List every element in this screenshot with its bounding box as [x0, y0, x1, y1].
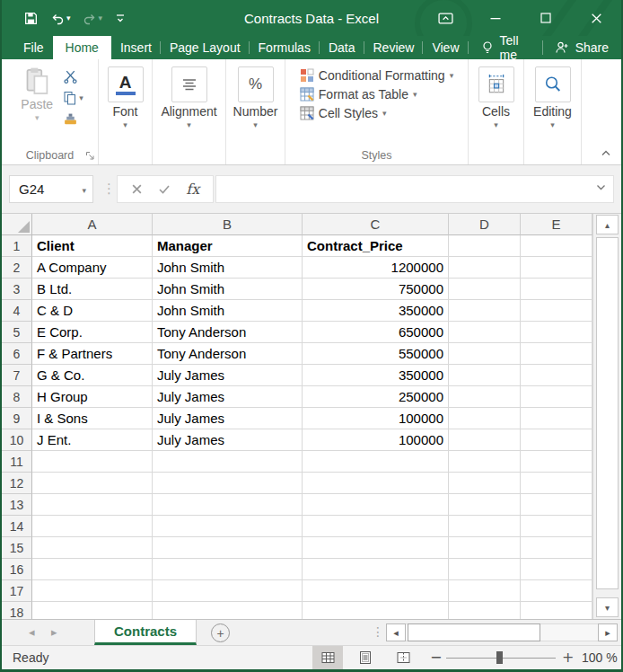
- cell-A3[interactable]: B Ltd.: [32, 279, 153, 300]
- select-all-corner[interactable]: [2, 214, 32, 235]
- format-painter-button[interactable]: [63, 111, 83, 128]
- cell-E3[interactable]: [521, 279, 592, 300]
- cell-E7[interactable]: [521, 365, 592, 386]
- vertical-scrollbar[interactable]: ▴ ▾: [592, 214, 621, 619]
- number-group-button[interactable]: % Number ▾: [232, 66, 279, 146]
- cell-C4[interactable]: 350000: [303, 300, 449, 322]
- cell-B7[interactable]: July James: [153, 365, 303, 386]
- cell-D3[interactable]: [449, 279, 521, 300]
- cell-B4[interactable]: John Smith: [153, 300, 303, 322]
- formula-bar-drag-handle-icon[interactable]: ⋮: [102, 181, 116, 197]
- clipboard-dialog-launcher-icon[interactable]: [85, 151, 95, 161]
- tab-data[interactable]: Data: [320, 36, 364, 59]
- cell-B16[interactable]: [153, 559, 303, 580]
- cell-C3[interactable]: 750000: [303, 279, 449, 300]
- redo-dropdown-icon[interactable]: ▾: [99, 14, 103, 22]
- row-header-11[interactable]: 11: [2, 451, 32, 473]
- tell-me-box[interactable]: Tell me: [472, 36, 542, 59]
- cell-C17[interactable]: [303, 580, 449, 602]
- cell-E11[interactable]: [521, 451, 592, 473]
- insert-function-icon[interactable]: fx: [186, 181, 199, 198]
- column-header-A[interactable]: A: [32, 214, 153, 235]
- cell-C9[interactable]: 100000: [303, 408, 449, 429]
- cell-A14[interactable]: [32, 516, 153, 537]
- column-header-D[interactable]: D: [449, 214, 521, 235]
- column-header-E[interactable]: E: [521, 214, 592, 235]
- row-header-3[interactable]: 3: [2, 279, 32, 300]
- editing-dropdown-icon[interactable]: ▾: [550, 121, 555, 128]
- cell-E16[interactable]: [521, 559, 592, 580]
- alignment-group-button[interactable]: Alignment ▾: [164, 66, 215, 146]
- minimize-button[interactable]: [470, 0, 521, 36]
- cell-E15[interactable]: [521, 537, 592, 559]
- row-header-13[interactable]: 13: [2, 494, 32, 516]
- next-sheet-icon[interactable]: ▸: [51, 625, 57, 639]
- cell-E17[interactable]: [521, 580, 592, 602]
- cell-D2[interactable]: [449, 257, 521, 279]
- cell-A7[interactable]: G & Co.: [32, 365, 153, 386]
- tab-home[interactable]: Home: [53, 36, 111, 59]
- new-sheet-button[interactable]: +: [211, 623, 230, 642]
- editing-group-button[interactable]: Editing ▾: [530, 66, 575, 146]
- formula-input[interactable]: [216, 176, 601, 202]
- cell-A1[interactable]: Client: [32, 235, 153, 257]
- row-header-10[interactable]: 10: [2, 429, 32, 451]
- cell-D18[interactable]: [449, 602, 521, 619]
- cancel-icon[interactable]: [131, 183, 143, 195]
- tab-bar-drag-handle-icon[interactable]: ⋮: [372, 624, 384, 639]
- row-header-4[interactable]: 4: [2, 300, 32, 322]
- cell-E5[interactable]: [521, 322, 592, 343]
- page-layout-view-button[interactable]: [350, 646, 381, 669]
- cell-A10[interactable]: J Ent.: [32, 429, 153, 451]
- cell-A18[interactable]: [32, 602, 153, 619]
- tab-view[interactable]: View: [423, 36, 468, 59]
- undo-dropdown-icon[interactable]: ▾: [66, 14, 71, 22]
- enter-check-icon[interactable]: [158, 183, 171, 195]
- cell-A13[interactable]: [32, 494, 153, 516]
- tab-formulas[interactable]: Formulas: [250, 36, 320, 59]
- cell-D9[interactable]: [449, 408, 521, 429]
- cell-D6[interactable]: [449, 343, 521, 365]
- row-header-12[interactable]: 12: [2, 473, 32, 494]
- cell-E14[interactable]: [521, 516, 592, 537]
- cell-C15[interactable]: [303, 537, 449, 559]
- column-header-C[interactable]: C: [303, 214, 449, 235]
- tab-insert[interactable]: Insert: [111, 36, 161, 59]
- cell-B14[interactable]: [153, 516, 303, 537]
- cell-A9[interactable]: I & Sons: [32, 408, 153, 429]
- name-box-dropdown-icon[interactable]: ▾: [82, 187, 86, 194]
- cell-C12[interactable]: [303, 473, 449, 494]
- cell-B3[interactable]: John Smith: [153, 279, 303, 300]
- paste-button[interactable]: Paste ▾: [16, 66, 57, 146]
- sheet-tab-contracts[interactable]: Contracts: [94, 620, 197, 645]
- cell-B5[interactable]: Tony Anderson: [153, 322, 303, 343]
- cell-B13[interactable]: [153, 494, 303, 516]
- zoom-in-icon[interactable]: +: [562, 649, 574, 666]
- row-header-7[interactable]: 7: [2, 365, 32, 386]
- cut-button[interactable]: [63, 68, 83, 84]
- cell-C18[interactable]: [303, 602, 449, 619]
- cell-C8[interactable]: 250000: [303, 386, 449, 408]
- cell-B10[interactable]: July James: [153, 429, 303, 451]
- copy-button[interactable]: ▾: [63, 90, 83, 106]
- row-header-18[interactable]: 18: [2, 602, 32, 619]
- row-header-6[interactable]: 6: [2, 343, 32, 365]
- zoom-slider-handle[interactable]: [496, 651, 503, 664]
- cell-E2[interactable]: [521, 257, 592, 279]
- cell-C5[interactable]: 650000: [303, 322, 449, 343]
- row-header-2[interactable]: 2: [2, 257, 32, 279]
- cell-E6[interactable]: [521, 343, 592, 365]
- cell-B9[interactable]: July James: [153, 408, 303, 429]
- tab-page-layout[interactable]: Page Layout: [161, 36, 250, 59]
- row-header-1[interactable]: 1: [2, 235, 32, 257]
- cell-C16[interactable]: [303, 559, 449, 580]
- cell-B11[interactable]: [153, 451, 303, 473]
- cell-B1[interactable]: Manager: [153, 235, 303, 257]
- vertical-scrollbar-thumb[interactable]: [596, 237, 619, 589]
- cell-styles-button[interactable]: Cell Styles▾: [300, 106, 453, 120]
- cell-D12[interactable]: [449, 473, 521, 494]
- cell-D10[interactable]: [449, 429, 521, 451]
- cell-A2[interactable]: A Company: [32, 257, 153, 279]
- cell-E1[interactable]: [521, 235, 592, 257]
- row-header-5[interactable]: 5: [2, 322, 32, 343]
